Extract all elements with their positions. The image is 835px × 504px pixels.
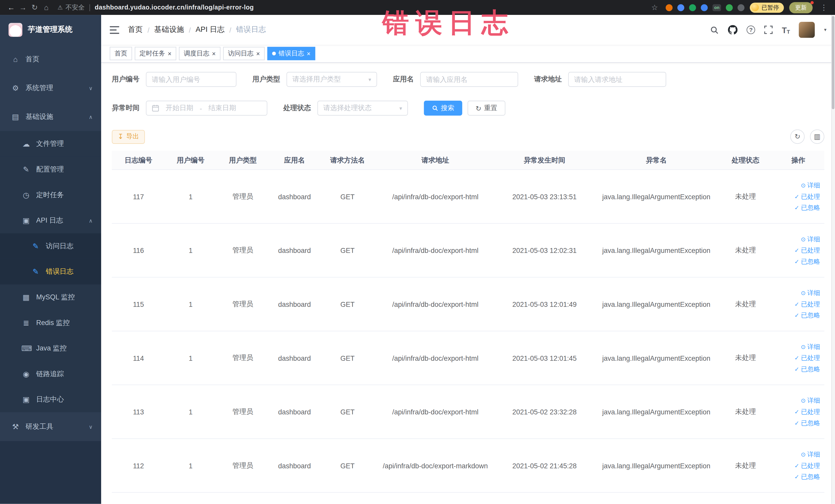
detail-link[interactable]: ⊙详细 <box>801 181 820 190</box>
extension-blue-grid-icon[interactable] <box>701 4 708 11</box>
cell-request-method: GET <box>320 354 375 362</box>
view-tab[interactable]: 访问日志 × <box>223 47 265 60</box>
sidebar-item[interactable]: ⚙ 系统管理 ∨ <box>0 74 101 102</box>
column-settings-button[interactable]: ▥ <box>810 129 824 144</box>
hamburger-icon[interactable] <box>109 26 119 34</box>
page-content: 用户编号 用户类型 请选择用户类型 ▾ 应用名 <box>101 63 835 493</box>
extension-green-leaf-icon[interactable] <box>726 4 733 11</box>
profile-paused-badge[interactable]: 已暂停 <box>750 2 784 12</box>
sidebar-item[interactable]: ≣ Redis 监控 <box>0 310 101 336</box>
sidebar-item[interactable]: ▦ MySQL 监控 <box>0 284 101 310</box>
help-icon[interactable]: ? <box>747 26 755 34</box>
mark-ignored-link[interactable]: ✓已忽略 <box>794 311 820 320</box>
sidebar-item[interactable]: ▤ 基础设施 ∧ <box>0 102 101 131</box>
close-icon[interactable]: × <box>307 50 311 57</box>
sidebar-item[interactable]: ▣ 日志中心 <box>0 387 101 412</box>
reload-button[interactable]: ↻ <box>29 3 41 12</box>
mark-ignored-link[interactable]: ✓已忽略 <box>794 419 820 427</box>
forward-button[interactable]: → <box>17 3 29 12</box>
mark-ignored-link[interactable]: ✓已忽略 <box>794 472 820 481</box>
sidebar-item[interactable]: ✎ 错误日志 <box>0 259 101 284</box>
caret-down-icon[interactable]: ▾ <box>824 27 826 33</box>
user-type-placeholder: 请选择用户类型 <box>292 75 365 84</box>
scrollbar[interactable] <box>831 15 835 504</box>
request-url-input[interactable] <box>574 76 660 83</box>
view-tab[interactable]: 错误日志 × <box>267 47 315 60</box>
mark-processed-link[interactable]: ✓已处理 <box>794 407 820 416</box>
cell-request-method: GET <box>320 300 375 308</box>
breadcrumb-item[interactable]: 首页 <box>128 25 143 35</box>
scrollbar-thumb[interactable] <box>832 16 834 109</box>
browser-menu-icon[interactable]: ⋮ <box>818 3 830 12</box>
cell-request-url: /api/infra/db-doc/export-markdown <box>375 462 495 469</box>
cell-user-id: 1 <box>165 462 216 469</box>
table-row: 116 1 管理员 dashboard GET /api/infra/db-do… <box>112 224 824 278</box>
process-status-select[interactable]: 请选择处理状态 ▾ <box>317 101 408 116</box>
mark-processed-link[interactable]: ✓已处理 <box>794 246 820 255</box>
sidebar-item[interactable]: ✎ 配置管理 <box>0 157 101 182</box>
detail-link[interactable]: ⊙详细 <box>801 288 820 297</box>
view-tab[interactable]: 首页 <box>109 47 132 60</box>
breadcrumb-item[interactable]: 基础设施 <box>154 25 184 35</box>
extension-blue-drop-icon[interactable] <box>677 4 684 11</box>
sidebar-item[interactable]: ⌂ 首页 <box>0 45 101 74</box>
cell-log-id: 115 <box>112 300 165 308</box>
view-tab[interactable]: 定时任务 × <box>135 47 176 60</box>
mark-ignored-link[interactable]: ✓已忽略 <box>794 257 820 266</box>
extension-green-circle-icon[interactable] <box>689 4 696 11</box>
user-type-select[interactable]: 请选择用户类型 ▾ <box>286 72 377 87</box>
detail-icon: ⊙ <box>801 343 806 350</box>
cell-log-id: 117 <box>112 193 165 201</box>
detail-link[interactable]: ⊙详细 <box>801 342 820 351</box>
mark-processed-link[interactable]: ✓已处理 <box>794 461 820 470</box>
detail-link[interactable]: ⊙详细 <box>801 396 820 405</box>
mark-processed-link[interactable]: ✓已处理 <box>794 192 820 201</box>
mark-processed-link[interactable]: ✓已处理 <box>794 300 820 309</box>
user-id-input[interactable] <box>152 76 230 83</box>
view-tab[interactable]: 调度日志 × <box>179 47 221 60</box>
breadcrumb-item[interactable]: API 日志 <box>196 25 225 35</box>
font-size-icon[interactable]: TT <box>782 25 790 35</box>
address-bar[interactable]: ⚠ 不安全 dashboard.yudao.iocoder.cn/infra/l… <box>58 3 254 12</box>
mark-processed-link[interactable]: ✓已处理 <box>794 354 820 363</box>
search-button[interactable]: 搜索 <box>424 101 462 116</box>
cell-user-id: 1 <box>165 193 216 201</box>
detail-link[interactable]: ⊙详细 <box>801 450 820 459</box>
mark-ignored-link[interactable]: ✓已忽略 <box>794 365 820 374</box>
sidebar: 芋道管理系统 ⌂ 首页 ⚙ 系统管理 ∨ ▤ 基础设施 ∧ ☁ 文件管理 ✎ 配… <box>0 15 101 504</box>
extension-pin-icon[interactable] <box>737 4 745 11</box>
detail-link[interactable]: ⊙详细 <box>801 235 820 244</box>
back-button[interactable]: ← <box>5 3 17 12</box>
cell-process-status: 未处理 <box>719 353 772 363</box>
chevron-icon: ∨ <box>89 85 93 91</box>
fullscreen-icon[interactable] <box>764 26 773 34</box>
close-icon[interactable]: × <box>256 50 260 57</box>
sidebar-item[interactable]: ▣ API 日志 ∧ <box>0 208 101 234</box>
column-header: 异常名 <box>594 155 719 165</box>
refresh-button[interactable]: ↻ <box>790 129 805 144</box>
breadcrumb-separator: / <box>229 26 231 34</box>
export-button[interactable]: ↧ 导出 <box>112 130 145 143</box>
extension-orange-icon[interactable] <box>666 4 673 11</box>
extension-on-badge[interactable]: on <box>713 4 721 11</box>
search-icon[interactable] <box>710 25 719 35</box>
cell-actions: ⊙详细 ✓已处理 ✓已忽略 <box>772 235 824 266</box>
sidebar-item[interactable]: ✎ 访问日志 <box>0 234 101 259</box>
github-icon[interactable] <box>728 25 737 35</box>
cell-log-id: 116 <box>112 246 165 255</box>
close-icon[interactable]: × <box>168 50 172 57</box>
sidebar-item[interactable]: ◷ 定时任务 <box>0 182 101 208</box>
sidebar-item[interactable]: ⚒ 研发工具 ∨ <box>0 412 101 441</box>
app-name-input[interactable] <box>426 76 512 83</box>
mark-ignored-link[interactable]: ✓已忽略 <box>794 203 820 212</box>
avatar[interactable] <box>799 22 815 38</box>
browser-home-button[interactable]: ⌂ <box>41 3 53 12</box>
bookmark-star-icon[interactable]: ☆ <box>649 3 660 12</box>
update-button[interactable]: 更新 <box>789 2 813 13</box>
exception-time-range-picker[interactable]: 开始日期 - 结束日期 <box>146 101 267 116</box>
sidebar-item[interactable]: ☁ 文件管理 <box>0 131 101 157</box>
reset-button[interactable]: ↻ 重置 <box>468 101 505 116</box>
sidebar-item[interactable]: ◉ 链路追踪 <box>0 361 101 387</box>
close-icon[interactable]: × <box>212 50 216 57</box>
sidebar-item[interactable]: ⌨ Java 监控 <box>0 336 101 361</box>
